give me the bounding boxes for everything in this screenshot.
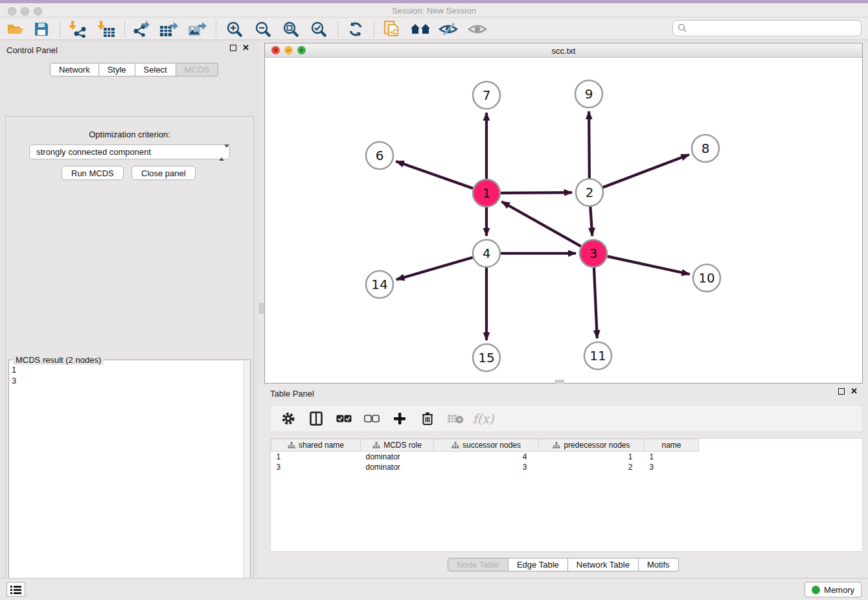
export-image-button[interactable] — [186, 19, 209, 39]
show-all-button[interactable] — [466, 19, 489, 39]
tab-style[interactable]: Style — [99, 63, 135, 76]
graph-edge-1-6[interactable] — [396, 161, 473, 189]
zoom-out-button[interactable] — [251, 19, 275, 39]
graph-edge-2-9[interactable] — [589, 111, 589, 178]
tab-mcds[interactable]: MCDS — [176, 63, 218, 76]
column-header-mcds-role[interactable]: MCDS role — [361, 439, 434, 452]
task-history-button[interactable] — [6, 582, 25, 597]
cell-predecessor-nodes[interactable]: 1 — [539, 452, 645, 462]
close-panel-icon[interactable]: ✕ — [851, 388, 858, 395]
zoom-in-button[interactable] — [223, 19, 246, 39]
graph-edge-1-2[interactable] — [501, 192, 572, 193]
close-panel-button[interactable]: Close panel — [131, 166, 196, 180]
function-builder-button[interactable]: f(x) — [475, 411, 492, 426]
graph-edge-2-3[interactable] — [590, 207, 592, 236]
main-titlebar[interactable]: Session: New Session — [0, 3, 868, 17]
cell-successor-nodes[interactable]: 3 — [434, 462, 539, 472]
cell-name[interactable]: 3 — [645, 462, 699, 472]
column-header-successor-nodes[interactable]: successor nodes — [434, 439, 539, 452]
import-table-button[interactable] — [95, 19, 118, 39]
open-session-button[interactable] — [4, 19, 27, 39]
plus-icon — [393, 412, 406, 425]
cell-predecessor-nodes[interactable]: 2 — [539, 462, 645, 472]
import-network-button[interactable] — [66, 19, 89, 39]
splitter-grip[interactable] — [259, 303, 264, 314]
save-session-button[interactable] — [30, 19, 53, 39]
tab-motifs[interactable]: Motifs — [639, 558, 679, 571]
first-neighbors-button[interactable] — [409, 19, 432, 39]
graph-edge-2-8[interactable] — [603, 155, 689, 188]
delete-column-button[interactable] — [419, 411, 436, 426]
tab-select[interactable]: Select — [135, 63, 176, 76]
run-mcds-button[interactable]: Run MCDS — [62, 166, 124, 180]
cell-name[interactable]: 1 — [645, 452, 699, 462]
memory-button-label: Memory — [824, 585, 854, 595]
cell-mcds-role[interactable]: dominator — [361, 452, 434, 462]
table-row[interactable]: 3 dominator 3 2 3 — [271, 462, 699, 472]
export-table-button[interactable] — [157, 19, 181, 39]
column-header-name[interactable]: name — [645, 439, 699, 452]
mcds-result-scrollbar[interactable] — [243, 361, 249, 579]
eye-icon — [468, 22, 487, 36]
hide-selected-button[interactable] — [437, 19, 460, 39]
zoom-out-icon — [255, 21, 271, 38]
float-panel-icon[interactable] — [230, 45, 236, 51]
add-column-button[interactable] — [391, 412, 408, 425]
search-icon — [678, 23, 687, 34]
zoom-fit-button[interactable] — [279, 19, 303, 39]
table-row[interactable]: 1 dominator 4 1 1 — [271, 452, 699, 462]
graph-node-label: 14 — [371, 277, 387, 292]
network-window-titlebar[interactable]: × − + scc.txt — [265, 43, 862, 58]
graph-edge-3-10[interactable] — [607, 257, 689, 275]
control-panel-tabs: Network Style Select MCDS — [50, 63, 218, 76]
column-header-predecessor-nodes[interactable]: predecessor nodes — [539, 439, 645, 452]
close-panel-icon[interactable]: ✕ — [242, 45, 249, 51]
tab-edge-table[interactable]: Edge Table — [508, 558, 568, 571]
graph-node-label: 2 — [586, 185, 594, 200]
zoom-selected-button[interactable] — [307, 19, 330, 39]
unchecked-boxes-icon — [364, 415, 380, 423]
node-table-body[interactable]: shared name MCDS role successor nodes pr… — [270, 438, 863, 552]
cell-shared-name[interactable]: 1 — [271, 452, 361, 462]
application-window: Session: New Session — [0, 0, 868, 600]
export-network-icon — [131, 21, 151, 38]
tab-node-table[interactable]: Node Table — [448, 558, 508, 571]
column-type-icon — [288, 442, 295, 449]
graph-node-label: 8 — [702, 141, 710, 156]
columns-icon — [310, 411, 323, 426]
delete-table-button[interactable] — [447, 413, 464, 424]
mcds-result-box: MCDS result (2 nodes) 1 3 — [8, 360, 251, 600]
graph-edge-4-14[interactable] — [396, 257, 473, 279]
refresh-layout-button[interactable] — [344, 19, 367, 39]
graph-edge-3-11[interactable] — [594, 268, 597, 338]
show-column-button[interactable] — [308, 411, 325, 426]
cell-successor-nodes[interactable]: 4 — [434, 452, 539, 462]
cell-shared-name[interactable]: 3 — [271, 462, 361, 472]
tab-network-table[interactable]: Network Table — [568, 558, 639, 571]
clone-network-icon — [383, 20, 402, 38]
export-network-button[interactable] — [130, 19, 153, 39]
cell-mcds-role[interactable]: dominator — [361, 462, 434, 472]
float-panel-icon[interactable] — [838, 388, 845, 395]
memory-button[interactable]: Memory — [805, 582, 862, 597]
graph-edge-3-1[interactable] — [502, 202, 581, 246]
zoom-selected-icon — [310, 21, 327, 38]
table-options-gear-button[interactable] — [280, 411, 297, 426]
search-input[interactable] — [672, 20, 862, 36]
graph-node-label: 9 — [585, 86, 593, 102]
tab-network[interactable]: Network — [50, 63, 99, 76]
column-header-shared-name[interactable]: shared name — [271, 439, 361, 452]
column-type-icon — [553, 442, 560, 449]
clone-network-button[interactable] — [381, 19, 404, 39]
search-field-wrap — [672, 20, 862, 36]
criterion-dropdown[interactable]: strongly connected component — [29, 144, 230, 159]
table-panel-tabs: Node Table Edge Table Network Table Moti… — [258, 558, 868, 571]
deselect-all-checkboxes-button[interactable] — [363, 415, 380, 423]
zoom-in-icon — [226, 21, 243, 38]
select-all-checkboxes-button[interactable] — [336, 415, 352, 423]
network-canvas[interactable]: 1234678910111415 — [265, 58, 862, 383]
mcds-result-line: 3 — [12, 375, 16, 386]
optimization-criterion-label: Optimization criterion: — [6, 130, 253, 139]
export-image-icon — [188, 21, 207, 38]
network-svg: 1234678910111415 — [265, 58, 862, 383]
